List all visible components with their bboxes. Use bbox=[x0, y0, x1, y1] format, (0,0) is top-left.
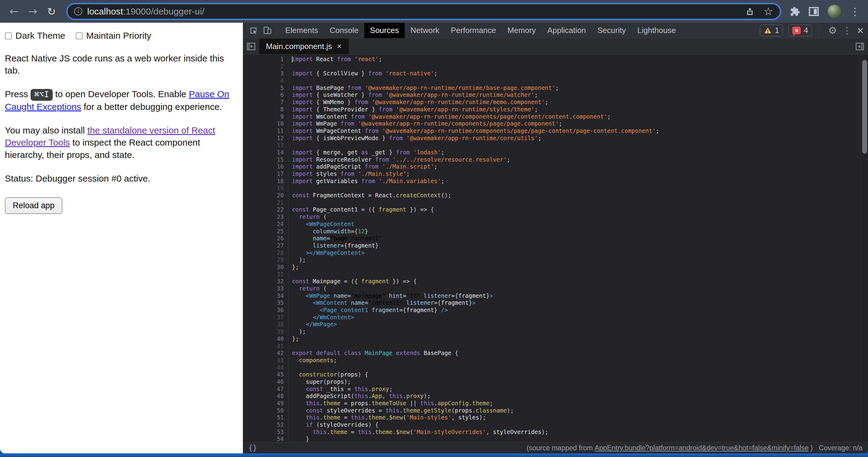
show-navigator-icon[interactable] bbox=[243, 38, 259, 54]
show-debugger-sidebar-icon[interactable] bbox=[851, 38, 868, 54]
source-map-link[interactable]: AppEntry.bundle?platform=android&dev=tru… bbox=[594, 444, 809, 452]
tab-performance[interactable]: Performance bbox=[445, 23, 502, 38]
line-number[interactable]: 43 bbox=[243, 357, 288, 364]
line-number[interactable]: 27 bbox=[243, 242, 288, 250]
line-number[interactable]: 3 bbox=[243, 70, 288, 77]
line-number[interactable]: 36 bbox=[243, 306, 288, 314]
line-number[interactable]: 39 bbox=[243, 328, 288, 335]
settings-gear-icon[interactable]: ⚙ bbox=[828, 25, 837, 36]
reload-icon[interactable]: ↻ bbox=[43, 4, 59, 20]
source-editor[interactable]: 1import React from 'react';23import { Sc… bbox=[243, 55, 868, 442]
line-number[interactable]: 18 bbox=[243, 178, 288, 185]
line-number[interactable]: 44 bbox=[243, 364, 288, 371]
line-number[interactable]: 35 bbox=[243, 299, 288, 306]
line-number[interactable]: 46 bbox=[243, 378, 288, 386]
share-icon[interactable] bbox=[745, 7, 754, 16]
line-number[interactable]: 4 bbox=[243, 77, 288, 85]
line-number[interactable]: 14 bbox=[243, 149, 288, 156]
line-number[interactable]: 12 bbox=[243, 135, 288, 142]
issues-badge[interactable]: × 4 bbox=[788, 25, 812, 36]
line-number[interactable]: 6 bbox=[243, 91, 288, 99]
devtools-hint-paragraph: Press ⌘⌥I to open Developer Tools. Enabl… bbox=[5, 88, 237, 113]
line-number[interactable]: 9 bbox=[243, 113, 288, 121]
line-number[interactable]: 52 bbox=[243, 421, 288, 429]
line-number[interactable]: 47 bbox=[243, 386, 288, 393]
line-number[interactable]: 13 bbox=[243, 142, 288, 149]
device-toolbar-icon[interactable] bbox=[260, 25, 274, 37]
line-number[interactable]: 54 bbox=[243, 435, 288, 442]
editor-scrollbar[interactable] bbox=[861, 55, 868, 442]
line-number[interactable]: 16 bbox=[243, 163, 288, 170]
line-number[interactable]: 30 bbox=[243, 264, 288, 271]
line-content: import addPageScript from './Main.script… bbox=[288, 163, 438, 170]
address-bar[interactable]: i localhost:19000/debugger-ui/ ☆ bbox=[67, 3, 781, 20]
code-line: 45 constructor(props) { bbox=[243, 371, 868, 378]
url-text[interactable]: localhost:19000/debugger-ui/ bbox=[87, 6, 741, 17]
line-number[interactable]: 10 bbox=[243, 120, 288, 127]
back-icon[interactable]: ← bbox=[6, 4, 22, 20]
line-number[interactable]: 5 bbox=[243, 85, 288, 92]
line-number[interactable]: 23 bbox=[243, 214, 288, 221]
line-number[interactable]: 40 bbox=[243, 335, 288, 342]
line-number[interactable]: 42 bbox=[243, 350, 288, 357]
pretty-print-button[interactable]: {} bbox=[248, 444, 257, 452]
line-number[interactable]: 28 bbox=[243, 250, 288, 257]
tab-elements[interactable]: Elements bbox=[280, 23, 324, 38]
tab-memory[interactable]: Memory bbox=[501, 23, 541, 38]
line-number[interactable]: 7 bbox=[243, 99, 288, 106]
devtools-menu-icon[interactable]: ⋮ bbox=[842, 25, 851, 36]
profile-avatar[interactable] bbox=[828, 4, 841, 19]
line-number[interactable]: 20 bbox=[243, 192, 288, 199]
tab-application[interactable]: Application bbox=[541, 23, 591, 38]
line-number[interactable]: 19 bbox=[243, 185, 288, 192]
line-number[interactable]: 25 bbox=[243, 228, 288, 235]
extensions-puzzle-icon[interactable] bbox=[790, 6, 800, 17]
line-number[interactable]: 1 bbox=[243, 56, 288, 63]
line-number[interactable]: 50 bbox=[243, 407, 288, 414]
tab-lighthouse[interactable]: Lighthouse bbox=[631, 23, 681, 38]
line-number[interactable]: 41 bbox=[243, 342, 288, 350]
line-number[interactable]: 51 bbox=[243, 414, 288, 421]
line-number[interactable]: 17 bbox=[243, 170, 288, 178]
line-number[interactable]: 22 bbox=[243, 206, 288, 214]
warnings-badge[interactable]: 1 bbox=[760, 25, 783, 36]
line-number[interactable]: 33 bbox=[243, 285, 288, 292]
line-number[interactable]: 31 bbox=[243, 271, 288, 278]
line-content: import WmPage from '@wavemaker/app-rn-ru… bbox=[288, 120, 562, 127]
line-number[interactable]: 45 bbox=[243, 371, 288, 378]
browser-menu-icon[interactable]: ⋮ bbox=[850, 6, 860, 17]
devtools-close-icon[interactable]: × bbox=[857, 25, 864, 36]
line-number[interactable]: 49 bbox=[243, 400, 288, 407]
site-info-icon[interactable]: i bbox=[74, 7, 82, 15]
line-number[interactable]: 29 bbox=[243, 256, 288, 264]
tab-network[interactable]: Network bbox=[405, 23, 445, 38]
dark-theme-checkbox[interactable] bbox=[5, 32, 12, 39]
tab-security[interactable]: Security bbox=[592, 23, 632, 38]
line-number[interactable]: 21 bbox=[243, 199, 288, 206]
file-tab-main-component[interactable]: Main.component.js × bbox=[259, 38, 349, 54]
tab-sources[interactable]: Sources bbox=[364, 23, 405, 38]
code-line: 1import React from 'react'; bbox=[243, 56, 868, 63]
line-number[interactable]: 32 bbox=[243, 278, 288, 285]
side-panel-icon[interactable] bbox=[809, 7, 819, 16]
reload-app-button[interactable]: Reload app bbox=[5, 197, 62, 214]
line-number[interactable]: 53 bbox=[243, 429, 288, 436]
line-number[interactable]: 11 bbox=[243, 127, 288, 135]
forward-icon[interactable]: → bbox=[25, 4, 40, 20]
maintain-priority-checkbox[interactable] bbox=[76, 32, 83, 39]
line-number[interactable]: 34 bbox=[243, 292, 288, 300]
bookmark-star-icon[interactable]: ☆ bbox=[764, 5, 773, 18]
line-number[interactable]: 26 bbox=[243, 235, 288, 242]
code-line: 41 bbox=[243, 342, 868, 350]
line-number[interactable]: 15 bbox=[243, 156, 288, 163]
line-number[interactable]: 48 bbox=[243, 393, 288, 400]
line-number[interactable]: 38 bbox=[243, 321, 288, 328]
scrollbar-thumb[interactable] bbox=[862, 60, 867, 154]
line-number[interactable]: 8 bbox=[243, 106, 288, 113]
file-tab-close-icon[interactable]: × bbox=[337, 42, 342, 51]
line-number[interactable]: 24 bbox=[243, 221, 288, 228]
line-number[interactable]: 37 bbox=[243, 314, 288, 321]
tab-console[interactable]: Console bbox=[324, 23, 364, 38]
inspect-element-icon[interactable] bbox=[247, 25, 260, 37]
line-number[interactable]: 2 bbox=[243, 63, 288, 70]
